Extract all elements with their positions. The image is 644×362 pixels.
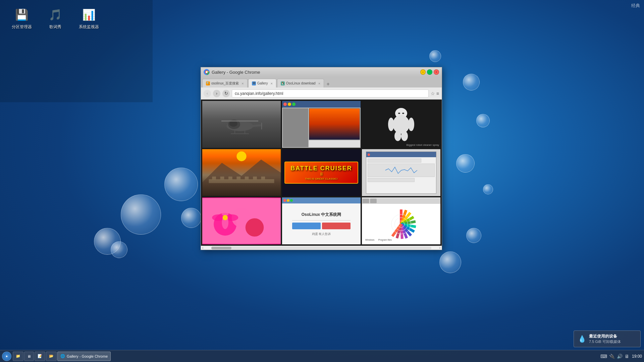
address-bar: ‹ › ↻ cu.yanqian.info/gallery.html ☆ ≡ [201, 87, 442, 100]
osolinux-site-title: OsoLinux 中文系统网 [302, 212, 341, 218]
game-title: BATTLE CRUISER [290, 165, 352, 172]
bubble-6 [429, 50, 441, 62]
chrome-titlebar-left: Gallery - Google Chrome [204, 69, 260, 75]
bubble-10 [483, 184, 493, 194]
svg-point-18 [394, 131, 401, 141]
lyrics-icon: 🎵 [47, 7, 63, 23]
tab-baidu-label: osolinux_百度搜索 [211, 81, 239, 86]
bookmark-icon[interactable]: ☆ [431, 91, 435, 96]
bigmax-svg [388, 106, 415, 143]
chart-svg: Windows Program files [362, 197, 440, 244]
gallery-item-greatwall[interactable] [202, 149, 281, 196]
game-desc: THIS IS GREAT CLASSIC! [290, 177, 352, 180]
dialog-image [362, 149, 440, 196]
svg-point-5 [229, 121, 237, 127]
tray-volume-icon[interactable]: 🔊 [617, 354, 623, 359]
s1-left-panel [283, 108, 308, 147]
notification-desc: 7.5 GiB 可卸载媒体 [589, 339, 621, 344]
svg-point-2 [206, 71, 208, 73]
svg-point-16 [388, 118, 394, 131]
o-min [287, 199, 289, 202]
gallery-grid: Biggest robot cleaner spray [201, 100, 442, 246]
svg-rect-27 [245, 177, 249, 180]
system-monitor-label: 系统监视器 [79, 24, 99, 30]
scroll-right-btn[interactable]: › [438, 246, 442, 250]
tab-baidu-favicon: 🔍 [206, 81, 210, 85]
tray-keyboard-icon[interactable]: ⌨ [600, 354, 607, 359]
osolinux-divider [292, 220, 351, 221]
svg-rect-28 [253, 177, 257, 180]
notification-text: 最近使用的设备 7.5 GiB 可卸载媒体 [589, 334, 621, 344]
tray-network-icon[interactable]: 🔌 [609, 354, 615, 359]
chart-image: Windows Program files [362, 197, 440, 244]
taskbar-item-text-editor[interactable]: 📝 [35, 352, 45, 361]
new-tab-button[interactable]: + [325, 81, 331, 87]
desktop: 💾 分区管理器 🎵 歌词秀 📊 系统监视器 经典 [0, 0, 644, 362]
bubble-11 [466, 228, 481, 243]
helicopter-image [202, 101, 281, 148]
svg-rect-23 [212, 177, 216, 180]
gallery-item-dialog[interactable] [362, 149, 440, 196]
gallery-item-osolinux[interactable]: OsoLinux 中文系统网 鸡蛋 有人告诉 [282, 197, 361, 244]
chrome-scrollbar[interactable]: ‹ › [201, 246, 442, 250]
s1-close [283, 103, 287, 106]
svg-marker-21 [202, 160, 281, 195]
bubble-3 [111, 241, 127, 258]
desktop-icon-partition-manager[interactable]: 💾 分区管理器 [10, 7, 34, 30]
bubble-4 [164, 168, 198, 201]
svg-rect-24 [220, 177, 224, 180]
gallery-item-game[interactable]: BATTLE CRUISER Ⅲ THIS IS GREAT CLASSIC! [282, 149, 361, 196]
taskbar-left: ● 📁 🖥 📝 📂 🌐 Gallery - Google Chrome [2, 352, 111, 361]
osolinux-body: OsoLinux 中文系统网 鸡蛋 有人告诉 [282, 203, 361, 244]
desktop-area: 💾 分区管理器 🎵 歌词秀 📊 系统监视器 [0, 0, 153, 102]
taskbar-item-chrome[interactable]: 🌐 Gallery - Google Chrome [57, 352, 111, 361]
wrench-icon[interactable]: ≡ [436, 91, 439, 96]
start-button[interactable]: ● [2, 352, 11, 361]
tab-gallery[interactable]: 🖼 Gallery × [248, 79, 276, 87]
svg-point-13 [398, 113, 400, 114]
bigmax-image: Biggest robot cleaner spray [362, 101, 440, 148]
taskbar-terminal-icon: 🖥 [27, 354, 31, 358]
minimize-button[interactable]: − [420, 69, 426, 75]
gallery-item-screenshot1[interactable] [282, 101, 361, 148]
desktop-icon-lyrics[interactable]: 🎵 歌词秀 [44, 7, 67, 30]
scroll-left-btn[interactable]: ‹ [201, 246, 205, 250]
gallery-item-chart[interactable]: Windows Program files [362, 197, 440, 244]
desktop-icons: 💾 分区管理器 🎵 歌词秀 📊 系统监视器 [7, 3, 104, 33]
d-row2 [368, 178, 415, 182]
o-close [283, 199, 286, 202]
desktop-icon-system-monitor[interactable]: 📊 系统监视器 [77, 7, 101, 30]
maximize-button[interactable]: □ [427, 69, 432, 75]
refresh-button[interactable]: ↻ [222, 90, 230, 97]
gallery-item-flowers[interactable] [202, 197, 281, 244]
svg-point-14 [402, 113, 404, 114]
tab-baidu[interactable]: 🔍 osolinux_百度搜索 × [202, 79, 248, 87]
svg-point-19 [401, 131, 408, 141]
taskbar-item-terminal[interactable]: 🖥 [24, 352, 34, 361]
o-btn1 [292, 223, 321, 229]
forward-button[interactable]: › [213, 90, 220, 97]
taskbar-item-files[interactable]: 📁 [13, 352, 23, 361]
chrome-logo-icon [204, 69, 210, 75]
notification-title: 最近使用的设备 [589, 334, 621, 339]
tab-baidu-close[interactable]: × [241, 81, 244, 85]
gallery-item-bigmax[interactable]: Biggest robot cleaner spray [362, 101, 440, 148]
chart-legend-1: Windows [365, 239, 375, 241]
osolinux-grid [292, 223, 351, 229]
back-button[interactable]: ‹ [204, 90, 211, 97]
gallery-item-helicopter[interactable] [202, 101, 281, 148]
partition-manager-label: 分区管理器 [12, 24, 32, 30]
address-box[interactable]: cu.yanqian.info/gallery.html [232, 89, 429, 98]
tray-display-icon[interactable]: 🖥 [625, 354, 629, 359]
taskbar-right: ⌨ 🔌 🔊 🖥 19:00 [600, 354, 642, 359]
tab-gallery-close[interactable]: × [270, 81, 272, 85]
svg-rect-40 [363, 199, 369, 203]
tab-gallery-favicon: 🖼 [252, 81, 256, 85]
scrollbar-thumb[interactable] [211, 247, 231, 249]
taskbar-item-files2[interactable]: 📂 [46, 352, 57, 361]
tab-osolinux-close[interactable]: × [318, 81, 320, 85]
svg-point-15 [393, 115, 410, 134]
tab-osolinux[interactable]: 🐧 OsoLinux download × [277, 79, 324, 87]
close-button[interactable]: × [434, 69, 439, 75]
tab-osolinux-label: OsoLinux download [286, 81, 316, 85]
